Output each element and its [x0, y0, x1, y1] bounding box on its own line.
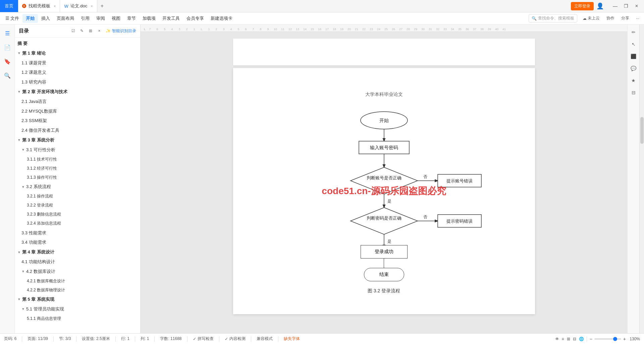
toc-item[interactable]: 3.1.1 技术可行性	[15, 155, 140, 164]
toc-item[interactable]: 2.1 Java语言	[15, 97, 140, 107]
menu-file[interactable]: ☰ 文件	[2, 14, 22, 23]
sidebar-close-icon[interactable]: ×	[96, 27, 103, 35]
menu-newtab[interactable]: 新建选项卡	[207, 14, 236, 23]
right-star-icon[interactable]: ★	[629, 75, 639, 85]
tab-add-button[interactable]: +	[97, 0, 107, 12]
ruler-tick: 5	[235, 27, 242, 31]
toc-item[interactable]: ▼第 5 章 系统实现	[15, 295, 140, 304]
template-icon: 🅗	[22, 4, 26, 9]
ruler-tick: 18	[331, 27, 338, 31]
collaborate-button[interactable]: 协作	[604, 14, 617, 22]
toc-item[interactable]: 3.1.3 操作可行性	[15, 173, 140, 182]
view-split-icon[interactable]: ⊟	[573, 337, 576, 341]
tab-doc-close[interactable]: ×	[91, 4, 93, 8]
minimize-button[interactable]: —	[610, 1, 620, 11]
window-controls: — ❐ ✕	[608, 1, 644, 11]
sidebar-add-icon[interactable]: ⊞	[87, 27, 94, 35]
zoom-in-button[interactable]: +	[623, 336, 626, 342]
toc-item[interactable]: 5.1.1 商品信息管理	[15, 314, 140, 323]
page-info-status: 页面: 11/39	[28, 336, 48, 342]
share-button[interactable]: 分享	[619, 14, 632, 22]
close-button[interactable]: ✕	[632, 1, 641, 11]
toc-item[interactable]: ▼第 3 章 系统分析	[15, 135, 140, 145]
right-layout-icon[interactable]: ⊟	[629, 88, 639, 98]
menu-layout[interactable]: 页面布局	[53, 14, 77, 23]
right-edit-icon[interactable]: ✏	[629, 27, 639, 37]
search-box[interactable]: 🔍 查找命令、搜索模板	[529, 14, 577, 22]
menu-insert[interactable]: 插入	[38, 14, 53, 23]
toc-item[interactable]: ▼第 4 章 系统设计	[15, 247, 140, 257]
menu-devtools[interactable]: 开发工具	[159, 14, 183, 23]
menu-reference[interactable]: 引用	[77, 14, 93, 23]
zoom-out-button[interactable]: −	[590, 336, 592, 342]
chevron-icon: ▼	[17, 137, 21, 143]
toc-item[interactable]: 2.4 微信开发者工具	[15, 126, 140, 135]
toc-item[interactable]: 1.2 课题意义	[15, 68, 140, 77]
toc-item[interactable]: 4.1 功能结构设计	[15, 257, 140, 267]
cloud-sync-button[interactable]: ☁未上云	[580, 14, 602, 22]
svg-text:提示密码错误: 提示密码错误	[446, 219, 473, 224]
smart-toc-button[interactable]: ✨ 智能识别目录	[106, 28, 136, 34]
tab-template[interactable]: 🅗 找稻壳模板 ×	[18, 0, 60, 12]
right-cursor-icon[interactable]: ↖	[629, 39, 639, 49]
toc-item[interactable]: 3.1.2 经济可行性	[15, 164, 140, 173]
right-highlight-icon[interactable]: ⬛	[629, 51, 639, 61]
sidebar-header-icons: ☑ ✎ ⊞ ×	[69, 27, 103, 35]
toc-item[interactable]: 1.1 课题背景	[15, 58, 140, 68]
toc-item[interactable]: ▼4.2 数据库设计	[15, 267, 140, 277]
view-mode-eye-icon[interactable]: 👁	[555, 337, 559, 341]
toc-item[interactable]: 2.2 MYSQL数据库	[15, 107, 140, 116]
toc-item[interactable]: 3.4 功能需求	[15, 238, 140, 247]
scrollbar-thumb[interactable]	[640, 117, 644, 144]
tab-home[interactable]: 首页	[0, 0, 18, 12]
toc-item[interactable]: 3.2.2 登录流程	[15, 201, 140, 210]
toc-item[interactable]: 3.3 性能需求	[15, 228, 140, 238]
view-list-icon[interactable]: ≡	[562, 337, 564, 341]
toc-item[interactable]: ▼3.1 可行性分析	[15, 145, 140, 155]
sidebar-check-icon[interactable]: ☑	[69, 27, 77, 35]
view-grid-icon[interactable]: ⊞	[567, 337, 570, 341]
figure-caption: 图 3.2 登录流程	[368, 288, 400, 294]
sidebar-edit-icon[interactable]: ✎	[78, 27, 86, 35]
ruler-tick: L	[198, 27, 205, 31]
toc-item[interactable]: 4.2.2 数据库物理设计	[15, 286, 140, 295]
page-code-status: 页码: 6	[4, 336, 16, 342]
chevron-icon: ▼	[21, 269, 25, 274]
toc-item[interactable]: 2.3 SSM框架	[15, 116, 140, 126]
toc-item[interactable]: 4.2.1 数据库概念设计	[15, 277, 140, 286]
arrow-to-end	[384, 259, 384, 268]
toc-item[interactable]: 1.3 研究内容	[15, 77, 140, 87]
toc-item[interactable]: ▼3.2 系统流程	[15, 182, 140, 192]
menu-addons[interactable]: 加载项	[139, 14, 159, 23]
tab-doc[interactable]: W 论文.doc ×	[60, 0, 97, 12]
more-menu-button[interactable]: ···	[633, 15, 642, 22]
toc-item[interactable]: 摘 要	[15, 39, 140, 49]
menu-view[interactable]: 视图	[108, 14, 124, 23]
bookmark-panel-icon[interactable]: 🔖	[1, 55, 13, 67]
content-check-status[interactable]: ✓ 内容检测	[225, 336, 246, 342]
file-panel-icon[interactable]: 📄	[1, 41, 13, 53]
status-bar: 页码: 6 页面: 11/39 节: 3/3 设置值: 2.5厘米 行: 1 列…	[0, 333, 644, 344]
spell-check-status[interactable]: ✓ 拼写检查	[193, 336, 214, 342]
menu-review[interactable]: 审阅	[93, 14, 108, 23]
toc-item[interactable]: 3.2.4 添加信息流程	[15, 219, 140, 228]
toc-panel-icon[interactable]: ☰	[1, 27, 13, 39]
search-panel-icon[interactable]: 🔍	[1, 69, 13, 81]
login-button[interactable]: 立即登录	[571, 2, 594, 10]
menu-chapter[interactable]: 章节	[124, 14, 139, 23]
restore-button[interactable]: ❐	[621, 1, 631, 11]
toc-item[interactable]: ▼第 1 章 绪论	[15, 49, 140, 58]
vertical-scrollbar[interactable]	[639, 24, 644, 333]
toc-item[interactable]: 3.2.1 操作流程	[15, 192, 140, 201]
toc-item[interactable]: 3.2.3 删除信息流程	[15, 210, 140, 219]
toc-item[interactable]: ▼第 2 章 开发环境与技术	[15, 87, 140, 97]
view-web-icon[interactable]: 🌐	[579, 337, 584, 341]
menu-start[interactable]: 开始	[22, 14, 38, 23]
menu-vip[interactable]: 会员专享	[183, 14, 207, 23]
doc-content[interactable]: 大学本科毕业论文 code51.cn-源码乐园盗图必究 开始 输入账号密码	[141, 32, 627, 333]
zoom-slider[interactable]	[594, 338, 621, 340]
right-comment-icon[interactable]: 💬	[629, 63, 639, 73]
toc-item[interactable]: ▼5.1 管理员功能实现	[15, 304, 140, 314]
tab-template-close[interactable]: ×	[54, 4, 56, 8]
chevron-icon: ▼	[17, 250, 21, 255]
